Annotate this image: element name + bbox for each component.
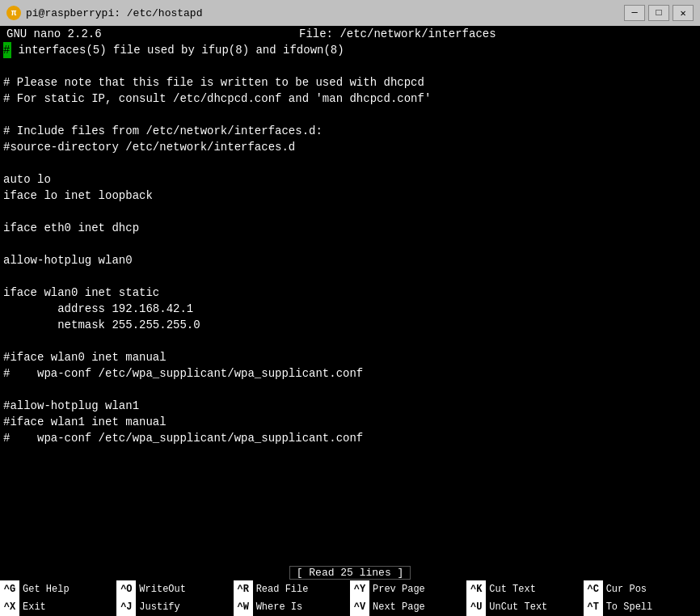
- titlebar-controls: — □ ✕: [624, 5, 694, 21]
- shortcut-item[interactable]: ^OWriteOut: [116, 580, 233, 598]
- titlebar: π pi@raspberrypi: /etc/hostapd — □ ✕: [0, 0, 700, 26]
- shortcut-label: Next Page: [369, 601, 428, 613]
- editor-line: allow-hotplug wlan0: [3, 252, 697, 268]
- shortcut-label: Justify: [136, 601, 183, 613]
- shortcut-item[interactable]: ^KCut Text: [466, 580, 583, 598]
- editor-line: # For static IP, consult /etc/dhcpcd.con…: [3, 91, 697, 107]
- shortcut-item[interactable]: ^YPrev Page: [350, 580, 466, 598]
- shortcut-key: ^Y: [350, 580, 369, 598]
- shortcut-label: Cut Text: [486, 584, 539, 595]
- editor-line: [3, 155, 697, 171]
- shortcut-item[interactable]: ^CCur Pos: [584, 580, 700, 598]
- shortcut-item[interactable]: ^VNext Page: [350, 598, 466, 616]
- close-button[interactable]: ✕: [673, 5, 694, 21]
- nano-version: GNU nano 2.2.6: [6, 27, 102, 40]
- editor-line: iface lo inet loopback: [3, 188, 697, 204]
- editor-line: # wpa-conf /etc/wpa_supplicant/wpa_suppl…: [3, 430, 697, 446]
- editor-line: # wpa-conf /etc/wpa_supplicant/wpa_suppl…: [3, 365, 697, 382]
- nano-filename: File: /etc/network/interfaces: [299, 27, 496, 40]
- editor-line: [3, 268, 697, 285]
- titlebar-left: π pi@raspberrypi: /etc/hostapd: [6, 6, 202, 20]
- editor-line: [3, 107, 697, 123]
- shortcut-key: ^V: [350, 598, 369, 616]
- shortcut-item[interactable]: ^UUnCut Text: [466, 598, 583, 616]
- shortcut-key: ^T: [584, 598, 603, 616]
- shortcut-item[interactable]: ^WWhere Is: [234, 598, 350, 616]
- editor-line: address 192.168.42.1: [3, 301, 697, 317]
- shortcut-key: ^W: [234, 598, 253, 616]
- editor-line: [3, 58, 697, 74]
- editor-line: # Please note that this file is written …: [3, 74, 697, 91]
- status-bar: [ Read 25 lines ]: [0, 565, 700, 580]
- titlebar-icon: π: [6, 6, 21, 20]
- editor-line: # Include files from /etc/network/interf…: [3, 123, 697, 139]
- shortcut-key: ^U: [466, 598, 486, 616]
- shortcut-key: ^J: [116, 598, 136, 616]
- editor-line: #iface wlan0 inet manual: [3, 349, 697, 365]
- editor-line: [3, 204, 697, 220]
- shortcut-item[interactable]: ^JJustify: [116, 598, 233, 616]
- editor-line: [3, 333, 697, 349]
- shortcut-key: ^O: [116, 580, 136, 598]
- editor-line: iface wlan0 inet static: [3, 285, 697, 301]
- shortcut-item[interactable]: ^XExit: [0, 598, 116, 616]
- shortcut-label: UnCut Text: [486, 601, 550, 613]
- editor-line: #allow-hotplug wlan1: [3, 398, 697, 414]
- nano-header: GNU nano 2.2.6 File: /etc/network/interf…: [0, 26, 700, 42]
- shortcut-bar-2: ^XExit^JJustify^WWhere Is^VNext Page^UUn…: [0, 598, 700, 616]
- shortcut-label: Read File: [253, 584, 312, 595]
- minimize-button[interactable]: —: [624, 5, 645, 21]
- shortcut-label: Exit: [19, 601, 49, 613]
- maximize-button[interactable]: □: [648, 5, 669, 21]
- shortcut-label: Cur Pos: [603, 584, 650, 595]
- editor-line: #source-directory /etc/network/interface…: [3, 139, 697, 155]
- shortcut-label: WriteOut: [136, 584, 189, 595]
- shortcut-label: Where Is: [253, 601, 306, 613]
- status-text: [ Read 25 lines ]: [289, 566, 411, 580]
- shortcut-label: Get Help: [19, 584, 73, 595]
- cursor: #: [3, 42, 11, 58]
- titlebar-title: pi@raspberrypi: /etc/hostapd: [26, 7, 202, 19]
- shortcut-label: Prev Page: [369, 584, 428, 595]
- shortcut-key: ^G: [0, 580, 19, 598]
- shortcut-key: ^C: [584, 580, 603, 598]
- shortcut-key: ^R: [234, 580, 253, 598]
- editor-line: # interfaces(5) file used by ifup(8) and…: [3, 42, 697, 58]
- shortcut-key: ^X: [0, 598, 19, 616]
- editor-line: netmask 255.255.255.0: [3, 317, 697, 333]
- shortcut-label: To Spell: [603, 601, 656, 613]
- shortcut-item[interactable]: ^TTo Spell: [584, 598, 700, 616]
- shortcut-bar-1: ^GGet Help^OWriteOut^RRead File^YPrev Pa…: [0, 580, 700, 598]
- shortcut-key: ^K: [466, 580, 486, 598]
- shortcut-item[interactable]: ^RRead File: [234, 580, 350, 598]
- titlebar-icon-text: π: [11, 8, 17, 18]
- editor[interactable]: # interfaces(5) file used by ifup(8) and…: [0, 42, 700, 565]
- editor-line: iface eth0 inet dhcp: [3, 220, 697, 236]
- editor-line: [3, 382, 697, 398]
- editor-line: #iface wlan1 inet manual: [3, 414, 697, 430]
- editor-line: [3, 236, 697, 252]
- editor-line: auto lo: [3, 171, 697, 188]
- shortcut-item[interactable]: ^GGet Help: [0, 580, 116, 598]
